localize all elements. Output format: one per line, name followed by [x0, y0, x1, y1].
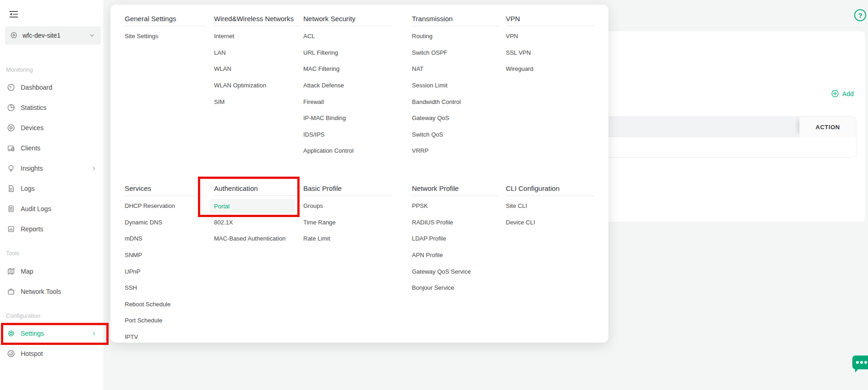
menu-item-groups[interactable]: Groups	[303, 198, 392, 214]
menu-item-bandwidth-control[interactable]: Bandwidth Control	[412, 93, 498, 110]
menu-item-wireguard[interactable]: Wireguard	[506, 61, 594, 77]
menu-column-network-profile: Network Profile PPSK RADIUS Profile LDAP…	[412, 185, 498, 296]
chevron-right-icon	[90, 331, 98, 337]
menu-item-ldap-profile[interactable]: LDAP Profile	[412, 230, 498, 247]
collapse-sidebar-icon[interactable]	[8, 9, 19, 20]
sidebar-item-logs[interactable]: Logs	[0, 178, 104, 199]
sidebar-item-audit-logs[interactable]: Audit Logs	[0, 199, 104, 219]
chevron-right-icon	[90, 166, 98, 172]
menu-item-reboot-schedule[interactable]: Reboot Schedule	[125, 296, 206, 313]
section-label-monitoring: Monitoring	[0, 66, 104, 74]
menu-item-snmp[interactable]: SNMP	[125, 247, 206, 264]
settings-icon	[7, 329, 15, 338]
menu-item-site-cli[interactable]: Site CLI	[506, 198, 594, 214]
menu-item-attack-defense[interactable]: Attack Defense	[303, 77, 392, 94]
map-icon	[7, 267, 15, 275]
menu-column-wired-wireless-networks: Wired&Wireless Networks Internet LAN WLA…	[214, 15, 301, 110]
menu-item-802-1x[interactable]: 802.1X	[214, 214, 301, 231]
menu-column-cli-configuration: CLI Configuration Site CLI Device CLI	[506, 185, 594, 230]
menu-item-nat[interactable]: NAT	[412, 61, 498, 77]
menu-item-application-control[interactable]: Application Control	[303, 143, 392, 159]
menu-column-title: Wired&Wireless Networks	[214, 15, 301, 26]
menu-column-title: General Settings	[125, 15, 206, 26]
menu-item-sim[interactable]: SIM	[214, 93, 301, 110]
menu-item-wlan[interactable]: WLAN	[214, 61, 301, 77]
menu-item-dynamic-dns[interactable]: Dynamic DNS	[125, 214, 206, 231]
sidebar: wfc-dev-site1 Monitoring Dashboard Stati…	[0, 0, 104, 390]
sidebar-item-settings[interactable]: Settings	[0, 323, 104, 344]
sidebar-item-hotspot[interactable]: Hotspot	[0, 344, 104, 364]
menu-item-session-limit[interactable]: Session Limit	[412, 77, 498, 94]
menu-item-ssl-vpn[interactable]: SSL VPN	[506, 45, 594, 61]
chat-bubble-icon[interactable]	[850, 354, 868, 376]
sidebar-item-clients[interactable]: Clients	[0, 138, 104, 158]
menu-column-title: Network Profile	[412, 185, 498, 196]
menu-item-mdns[interactable]: mDNS	[125, 230, 206, 247]
menu-item-wlan-optimization[interactable]: WLAN Optimization	[214, 77, 301, 94]
menu-item-portal[interactable]: Portal	[210, 199, 295, 213]
section-label-configuration: Configuration	[0, 312, 104, 320]
menu-item-lan[interactable]: LAN	[214, 45, 301, 61]
site-selector[interactable]: wfc-dev-site1	[5, 26, 101, 45]
menu-column-network-security: Network Security ACL URL Filtering MAC F…	[303, 15, 392, 159]
menu-item-internet[interactable]: Internet	[214, 28, 301, 45]
menu-column-title: Basic Profile	[303, 185, 392, 196]
menu-item-firewall[interactable]: Firewall	[303, 93, 392, 110]
menu-item-switch-qos[interactable]: Switch QoS	[412, 126, 498, 143]
menu-item-bonjour-service[interactable]: Bonjour Service	[412, 280, 498, 296]
menu-item-site-settings[interactable]: Site Settings	[125, 28, 206, 45]
menu-item-mac-filtering[interactable]: MAC Filtering	[303, 61, 392, 77]
sidebar-item-map[interactable]: Map	[0, 261, 104, 281]
sidebar-item-dashboard[interactable]: Dashboard	[0, 77, 104, 98]
menu-column-basic-profile: Basic Profile Groups Time Range Rate Lim…	[303, 185, 392, 247]
menu-item-vpn[interactable]: VPN	[506, 28, 594, 45]
help-glyph: ?	[858, 11, 862, 19]
menu-item-routing[interactable]: Routing	[412, 28, 498, 45]
sidebar-item-network-tools[interactable]: Network Tools	[0, 281, 104, 302]
network-tools-icon	[7, 287, 15, 296]
menu-item-rate-limit[interactable]: Rate Limit	[303, 230, 392, 247]
menu-column-title: Network Security	[303, 15, 392, 26]
chevron-down-icon	[89, 32, 95, 39]
add-label: Add	[842, 90, 854, 98]
sidebar-item-devices[interactable]: Devices	[0, 118, 104, 138]
menu-item-gateway-qos-service[interactable]: Gateway QoS Service	[412, 263, 498, 280]
menu-item-device-cli[interactable]: Device CLI	[506, 214, 594, 231]
menu-column-transmission: Transmission Routing Switch OSPF NAT Ses…	[412, 15, 498, 159]
menu-item-iptv[interactable]: IPTV	[125, 329, 206, 345]
menu-column-title: VPN	[506, 15, 594, 26]
add-button[interactable]: Add	[831, 90, 854, 98]
menu-column-title: CLI Configuration	[506, 185, 594, 196]
menu-item-ids-ips[interactable]: IDS/IPS	[303, 126, 392, 143]
menu-column-general-settings: General Settings Site Settings	[125, 15, 206, 45]
sidebar-item-statistics[interactable]: Statistics	[0, 98, 104, 118]
menu-item-dhcp-reservation[interactable]: DHCP Reservation	[125, 198, 206, 214]
menu-item-url-filtering[interactable]: URL Filtering	[303, 45, 392, 61]
menu-item-ppsk[interactable]: PPSK	[412, 198, 498, 214]
sidebar-item-reports[interactable]: Reports	[0, 219, 104, 239]
audit-logs-icon	[7, 205, 15, 213]
action-column-header: ACTION	[799, 117, 856, 137]
help-icon[interactable]: ?	[854, 9, 866, 21]
menu-item-radius-profile[interactable]: RADIUS Profile	[412, 214, 498, 231]
menu-item-time-range[interactable]: Time Range	[303, 214, 392, 231]
menu-column-title: Transmission	[412, 15, 498, 26]
menu-column-title: Authentication	[214, 185, 301, 196]
menu-item-acl[interactable]: ACL	[303, 28, 392, 45]
sidebar-nav: Monitoring Dashboard Statistics Devices	[0, 45, 104, 364]
menu-column-vpn: VPN VPN SSL VPN Wireguard	[506, 15, 594, 77]
menu-item-mac-based-authentication[interactable]: MAC-Based Authentication	[214, 230, 301, 247]
menu-item-ssh[interactable]: SSH	[125, 280, 206, 296]
menu-item-port-schedule[interactable]: Port Schedule	[125, 312, 206, 329]
statistics-icon	[7, 103, 15, 112]
sidebar-item-insights[interactable]: Insights	[0, 158, 104, 178]
insights-icon	[7, 164, 15, 172]
menu-item-apn-profile[interactable]: APN Profile	[412, 247, 498, 264]
menu-item-switch-ospf[interactable]: Switch OSPF	[412, 45, 498, 61]
location-pin-icon	[10, 31, 18, 40]
menu-item-vrrp[interactable]: VRRP	[412, 143, 498, 159]
menu-item-gateway-qos[interactable]: Gateway QoS	[412, 110, 498, 126]
menu-column-authentication: Authentication Portal 802.1X MAC-Based A…	[214, 185, 301, 247]
menu-item-upnp[interactable]: UPnP	[125, 263, 206, 280]
menu-item-ip-mac-binding[interactable]: IP-MAC Binding	[303, 110, 392, 126]
